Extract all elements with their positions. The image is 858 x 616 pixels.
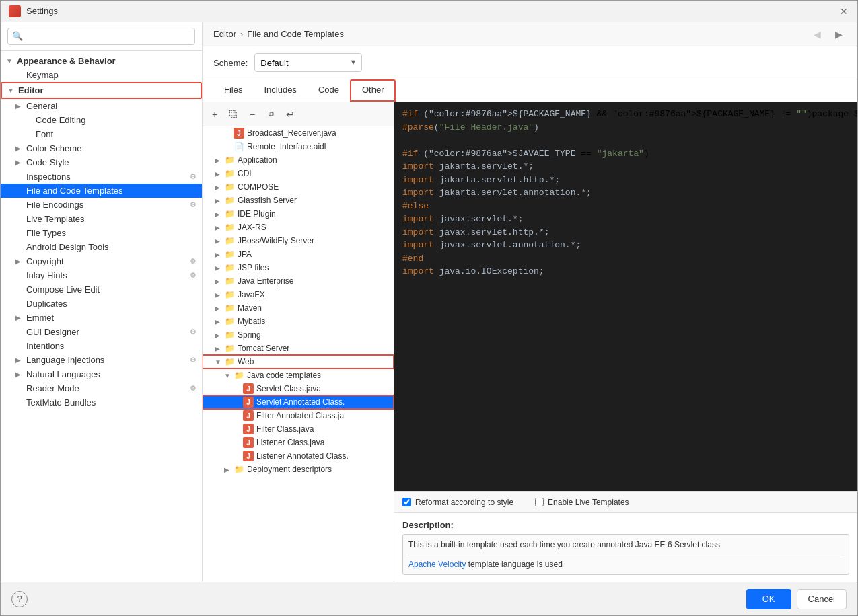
sidebar-item-code_style[interactable]: ▶Code Style xyxy=(1,155,202,169)
cancel-button[interactable]: Cancel xyxy=(797,589,847,609)
remove-button[interactable]: − xyxy=(244,106,260,122)
sidebar-item-intentions[interactable]: Intentions xyxy=(1,339,202,353)
sidebar-item-duplicates[interactable]: Duplicates xyxy=(1,297,202,311)
file-tree-item-filter_annotated[interactable]: JFilter Annotated Class.ja xyxy=(203,409,394,422)
file-tree-item-java_code_templates[interactable]: ▼📁Java code templates xyxy=(203,369,394,382)
sidebar-item-file_types[interactable]: File Types xyxy=(1,226,202,240)
sidebar-item-emmet[interactable]: ▶Emmet xyxy=(1,311,202,325)
sidebar-item-label: TextMate Bundles xyxy=(26,397,96,408)
gear-icon: ⚙ xyxy=(190,328,196,336)
tab-other[interactable]: Other xyxy=(350,79,396,102)
scheme-select[interactable]: Default Project xyxy=(254,53,362,72)
sidebar-item-font[interactable]: Font xyxy=(1,127,202,141)
search-input[interactable] xyxy=(7,28,195,45)
file-icon: 📁 xyxy=(224,235,235,246)
sidebar-item-natural_languages[interactable]: ▶Natural Languages xyxy=(1,367,202,381)
sidebar-item-label: Live Templates xyxy=(26,214,84,224)
chevron-icon: ▶ xyxy=(215,157,224,164)
sidebar-item-language_injections[interactable]: ▶Language Injections⚙ xyxy=(1,353,202,367)
chevron-icon: ▶ xyxy=(215,210,224,218)
sidebar-item-inlay_hints[interactable]: Inlay Hints⚙ xyxy=(1,268,202,282)
sidebar-item-appearance[interactable]: ▼Appearance & Behavior xyxy=(1,54,202,68)
sidebar-item-label: Emmet xyxy=(26,313,54,323)
file-tree-item-jpa[interactable]: ▶📁JPA xyxy=(203,247,394,261)
sidebar-item-label: Duplicates xyxy=(26,299,67,309)
file-tree-item-jboss[interactable]: ▶📁JBoss/WildFly Server xyxy=(203,234,394,247)
file-tree-item-java_enterprise[interactable]: ▶📁Java Enterprise xyxy=(203,274,394,288)
file-icon: 📁 xyxy=(224,262,235,273)
tab-code[interactable]: Code xyxy=(308,79,350,102)
file-tree-item-jsp[interactable]: ▶📁JSP files xyxy=(203,261,394,274)
file-tree-item-web[interactable]: ▼📁Web xyxy=(203,355,394,369)
file-tree-label: Mybatis xyxy=(238,317,265,326)
code-line: import javax.servlet.http.*; xyxy=(402,226,849,239)
sidebar-item-compose_live[interactable]: Compose Live Edit xyxy=(1,282,202,297)
sidebar-item-color_scheme[interactable]: ▶Color Scheme xyxy=(1,141,202,155)
sidebar-item-file_and_code[interactable]: File and Code Templates xyxy=(1,184,202,198)
file-tree-item-remote_interface[interactable]: 📄Remote_Interface.aidl xyxy=(203,140,394,153)
breadcrumb-separator: › xyxy=(240,29,243,39)
file-tree-item-servlet_class[interactable]: JServlet Class.java xyxy=(203,382,394,395)
file-tree-label: JavaFX xyxy=(238,290,265,299)
file-tree-item-deployment[interactable]: ▶📁Deployment descriptors xyxy=(203,463,394,476)
duplicate-button[interactable]: ⧉ xyxy=(263,106,279,122)
file-tree-item-mybatis[interactable]: ▶📁Mybatis xyxy=(203,315,394,328)
file-tree-item-glassfish[interactable]: ▶📁Glassfish Server xyxy=(203,194,394,207)
sidebar-item-code_editing[interactable]: Code Editing xyxy=(1,113,202,127)
add-button[interactable]: + xyxy=(207,106,223,122)
sidebar-item-general[interactable]: ▶General xyxy=(1,99,202,113)
sidebar-item-editor[interactable]: ▼Editor xyxy=(1,82,202,99)
panel-body: + ⿻ − ⧉ ↩ JBroadcast_Receiver.java📄Remot… xyxy=(203,102,857,582)
sidebar-item-copyright[interactable]: ▶Copyright⚙ xyxy=(1,254,202,268)
file-tree-item-spring[interactable]: ▶📁Spring xyxy=(203,328,394,342)
close-button[interactable]: ✕ xyxy=(838,6,849,17)
file-tree-item-jax_rs[interactable]: ▶📁JAX-RS xyxy=(203,221,394,234)
nav-arrows: ◀ ▶ xyxy=(809,26,847,42)
file-tree-item-filter_class[interactable]: JFilter Class.java xyxy=(203,422,394,436)
code-editor[interactable]: #if ("color:#9876aa">${PACKAGE_NAME} && … xyxy=(394,102,857,491)
sidebar-item-file_encodings[interactable]: File Encodings⚙ xyxy=(1,198,202,212)
sidebar-item-keymap[interactable]: Keymap xyxy=(1,68,202,82)
sidebar-item-gui_designer[interactable]: GUI Designer⚙ xyxy=(1,325,202,339)
file-tree-label: Maven xyxy=(238,303,262,313)
forward-arrow[interactable]: ▶ xyxy=(830,26,847,42)
file-tree-item-cdi[interactable]: ▶📁CDI xyxy=(203,167,394,180)
ok-button[interactable]: OK xyxy=(746,589,791,609)
code-line: #parse("File Header.java") xyxy=(402,121,849,134)
scheme-label: Scheme: xyxy=(213,58,248,68)
file-tree-item-ide_plugin[interactable]: ▶📁IDE Plugin xyxy=(203,207,394,221)
apache-velocity-link[interactable]: Apache Velocity xyxy=(408,560,466,569)
sidebar-item-android_design[interactable]: Android Design Tools xyxy=(1,240,202,254)
sidebar-item-textmate[interactable]: TextMate Bundles xyxy=(1,395,202,410)
sidebar-item-label: Language Injections xyxy=(26,355,104,365)
back-arrow[interactable]: ◀ xyxy=(809,26,825,42)
search-icon: 🔍 xyxy=(12,31,23,41)
sidebar-item-label: Inlay Hints xyxy=(26,270,67,280)
file-tree-item-compose[interactable]: ▶📁COMPOSE xyxy=(203,180,394,194)
help-button[interactable]: ? xyxy=(11,591,28,607)
file-tree-item-javafx[interactable]: ▶📁JavaFX xyxy=(203,288,394,301)
tab-files[interactable]: Files xyxy=(213,79,253,102)
file-tree-item-application[interactable]: ▶📁Application xyxy=(203,153,394,167)
file-tree-item-broadcast[interactable]: JBroadcast_Receiver.java xyxy=(203,126,394,140)
enable-live-checkbox[interactable] xyxy=(535,498,544,506)
code-line: import jakarta.servlet.annotation.*; xyxy=(402,186,849,200)
file-tree-item-tomcat[interactable]: ▶📁Tomcat Server xyxy=(203,342,394,355)
file-tree-item-listener_class[interactable]: JListener Class.java xyxy=(203,436,394,449)
file-icon: J xyxy=(243,451,254,461)
sidebar-item-live_templates[interactable]: Live Templates xyxy=(1,212,202,226)
gear-icon: ⚙ xyxy=(190,384,196,393)
sidebar-item-reader_mode[interactable]: Reader Mode⚙ xyxy=(1,381,202,395)
file-tree-item-servlet_annotated[interactable]: JServlet Annotated Class. xyxy=(203,395,394,409)
sidebar-item-label: General xyxy=(26,101,57,111)
chevron-icon: ▶ xyxy=(215,224,224,231)
file-icon: J xyxy=(243,437,254,448)
sidebar-item-inspections[interactable]: Inspections⚙ xyxy=(1,169,202,184)
reformat-checkbox[interactable] xyxy=(402,498,411,506)
file-tree-item-maven[interactable]: ▶📁Maven xyxy=(203,301,394,315)
file-tree-item-listener_annotated[interactable]: JListener Annotated Class. xyxy=(203,449,394,463)
tab-includes[interactable]: Includes xyxy=(253,79,307,102)
sidebar: 🔍 ▼Appearance & BehaviorKeymap▼Editor▶Ge… xyxy=(1,22,203,582)
reset-button[interactable]: ↩ xyxy=(282,106,298,122)
copy-button[interactable]: ⿻ xyxy=(225,106,242,122)
